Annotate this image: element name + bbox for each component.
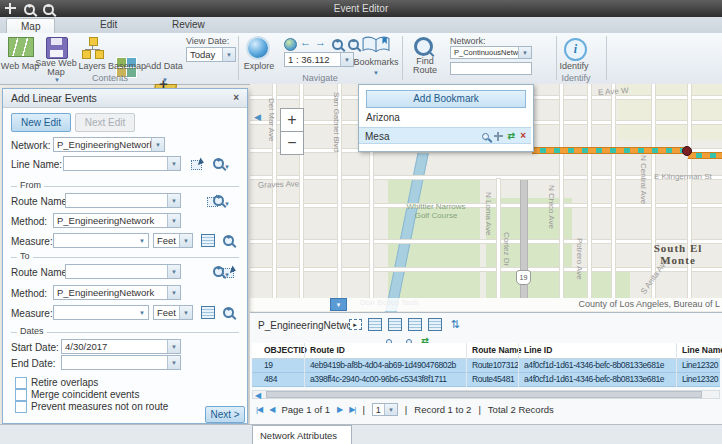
chevron-down-icon[interactable]: ▼ — [222, 48, 235, 61]
delete-bookmark-icon[interactable]: × — [520, 131, 526, 141]
to-measure-unit-select[interactable]: Feet▼ — [153, 305, 193, 320]
zoom-in-icon[interactable]: + — [24, 4, 36, 16]
network-field[interactable]: P_EngineeringNetwork▼ — [53, 137, 165, 152]
bookmark-item-mesa[interactable]: Mesa + ⇄ × — [359, 127, 531, 144]
separator: | — [362, 404, 364, 415]
bookmarks-button[interactable] — [362, 36, 390, 56]
table-hscrollbar[interactable]: ◀ — [252, 390, 720, 399]
table-row[interactable]: 484 a398ff4c-2940-4c00-96b6-c5343f8f1711… — [252, 373, 720, 387]
to-measure-field[interactable]: ▼ — [53, 305, 149, 320]
zoom-to-measure-icon[interactable]: + — [223, 307, 234, 320]
from-method-field[interactable]: P_EngineeringNetwork▼ — [53, 213, 181, 228]
back-arrow-icon[interactable]: ← — [300, 36, 311, 48]
zoom-menu-icon[interactable]: +▼ — [213, 195, 230, 208]
collapse-table-button[interactable]: ▼ — [330, 298, 347, 311]
identify-button[interactable]: i — [564, 38, 587, 61]
map-zoom-in-button[interactable]: + — [280, 108, 304, 132]
col-route-name[interactable]: Route Name — [472, 343, 522, 358]
to-route-name-field[interactable]: ▼ — [65, 264, 181, 279]
pan-icon[interactable] — [5, 3, 17, 15]
table-pager: |◀ ◀ Page 1 of 1 ▶ ▶| | 1▼ | Record 1 to… — [256, 403, 554, 416]
col-objectid[interactable]: OBJECTID — [264, 343, 307, 358]
separator: | — [478, 404, 480, 415]
tab-edit[interactable]: Edit — [86, 17, 131, 33]
globe-icon[interactable] — [284, 38, 297, 51]
add-bookmark-button[interactable]: Add Bookmark — [366, 90, 526, 108]
merge-coincident-checkbox[interactable] — [15, 389, 27, 401]
save-web-map-button[interactable] — [46, 37, 68, 59]
zoom-out-icon[interactable]: − — [43, 4, 55, 16]
sort-icon[interactable]: ⇅ — [448, 318, 462, 331]
view-date-select[interactable]: Today▼ — [186, 47, 236, 62]
line-name-field[interactable]: ▼ — [63, 156, 181, 171]
chevron-down-icon[interactable]: ▼ — [179, 234, 192, 247]
switch-selection-icon[interactable]: ⇄ — [428, 318, 442, 331]
network-select[interactable]: P_ContinuousNetwork▼ — [450, 46, 532, 59]
table-grid-icon[interactable] — [368, 318, 382, 331]
web-map-button[interactable] — [8, 37, 34, 57]
chevron-down-icon[interactable]: ▼ — [518, 47, 531, 58]
pan-to-bookmark-icon[interactable] — [494, 132, 503, 141]
chevron-down-icon[interactable]: ▼ — [167, 214, 180, 227]
explore-button[interactable] — [248, 38, 268, 58]
find-route-button[interactable] — [414, 37, 433, 58]
to-method-field[interactable]: P_EngineeringNetwork▼ — [53, 285, 181, 300]
col-line-id[interactable]: Line ID — [524, 343, 552, 358]
scale-select[interactable]: 1 : 36.112▼ — [284, 52, 354, 67]
route-input[interactable] — [450, 62, 532, 75]
bookmark-item-arizona[interactable]: Arizona — [360, 109, 530, 126]
chevron-down-icon[interactable]: ▼ — [167, 286, 180, 299]
from-measure-field[interactable]: ▼ — [53, 233, 149, 248]
chevron-down-icon[interactable]: ▼ — [167, 356, 180, 369]
zoom-menu-icon[interactable]: +▼ — [213, 158, 230, 171]
last-page-icon[interactable]: ▶| — [349, 405, 355, 414]
new-edit-button[interactable]: New Edit — [11, 113, 71, 132]
scrollbar-thumb[interactable] — [266, 391, 702, 398]
pan-to-selected-icon[interactable] — [408, 318, 422, 331]
add-data-dropdown-icon[interactable]: ▼ — [162, 77, 168, 83]
chevron-down-icon[interactable]: ▼ — [167, 194, 180, 207]
from-measure-unit-select[interactable]: Feet▼ — [153, 233, 193, 248]
map-zoom-out-button[interactable]: − — [280, 131, 304, 155]
zoom-to-measure-icon[interactable]: + — [223, 235, 234, 248]
choose-measure-icon[interactable] — [201, 234, 215, 247]
retire-overlaps-checkbox[interactable] — [15, 377, 27, 389]
scroll-left-icon[interactable]: ◀ — [255, 391, 260, 400]
next-button[interactable]: Next > — [205, 406, 245, 423]
next-page-icon[interactable]: ▶ — [337, 405, 342, 414]
close-panel-icon[interactable]: × — [233, 92, 239, 103]
prevent-measures-checkbox[interactable] — [15, 401, 27, 413]
tab-review[interactable]: Review — [158, 17, 219, 33]
chevron-down-icon[interactable]: ▼ — [179, 306, 192, 319]
tab-network-attributes[interactable]: Network Attributes × — [252, 425, 352, 444]
zoom-to-selected-icon[interactable] — [388, 318, 402, 331]
chevron-down-icon[interactable]: ▼ — [167, 340, 180, 353]
collapse-panel-icon[interactable]: ◀ — [254, 112, 261, 122]
save-dropdown-icon[interactable]: ▼ — [54, 77, 60, 83]
col-line-name[interactable]: Line Name — [682, 343, 722, 358]
forward-arrow-icon[interactable]: → — [315, 36, 326, 48]
from-route-name-field[interactable]: ▼ — [65, 193, 181, 208]
zoom-to-bookmark-icon[interactable]: + — [482, 133, 489, 140]
zoom-menu-icon[interactable]: +▼ — [213, 266, 230, 279]
bookmarks-dropdown-icon[interactable]: ▼ — [373, 70, 379, 76]
zoom-out-map-icon[interactable]: − — [348, 39, 359, 52]
page-number-select[interactable]: 1▼ — [372, 403, 398, 416]
select-records-icon[interactable]: ▸ — [348, 318, 362, 331]
table-row[interactable]: 19 4eb9419b-af8b-4d04-ab69-1d490476802b … — [252, 359, 720, 373]
next-edit-button[interactable]: Next Edit — [75, 113, 135, 132]
choose-measure-icon[interactable] — [201, 306, 215, 319]
update-bookmark-icon[interactable]: ⇄ — [508, 132, 516, 141]
chevron-down-icon[interactable]: ▼ — [151, 138, 164, 151]
zoom-in-map-icon[interactable]: + — [332, 39, 343, 52]
chevron-down-icon[interactable]: ▼ — [384, 404, 397, 415]
chevron-down-icon[interactable]: ▼ — [167, 265, 180, 278]
chevron-down-icon[interactable]: ▼ — [167, 157, 180, 170]
layers-button[interactable] — [82, 37, 104, 57]
first-page-icon[interactable]: |◀ — [256, 405, 262, 414]
end-date-field[interactable]: ▼ — [61, 355, 181, 370]
select-on-map-icon[interactable] — [191, 158, 204, 169]
col-route-id[interactable]: Route ID — [310, 343, 345, 358]
prev-page-icon[interactable]: ◀ — [269, 405, 274, 414]
start-date-field[interactable]: 4/30/2017▼ — [61, 339, 181, 354]
